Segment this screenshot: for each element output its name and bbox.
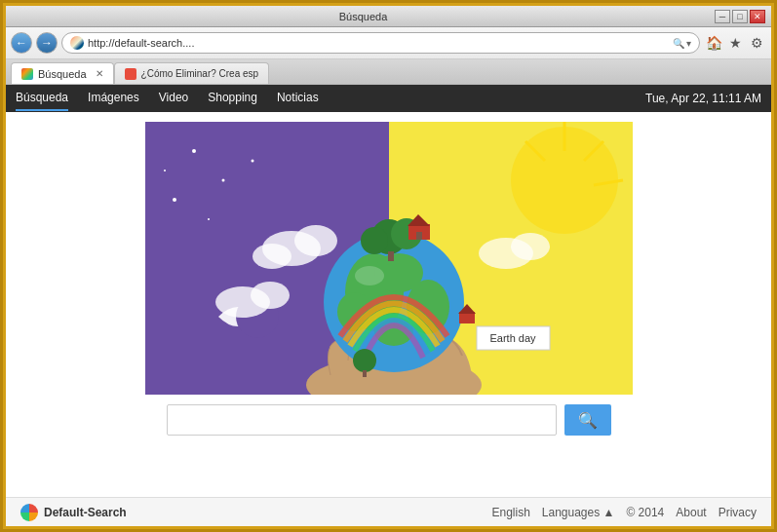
- gear-icon[interactable]: ⚙: [747, 33, 766, 53]
- address-bar[interactable]: http://default-search.... 🔍 ▾: [61, 32, 700, 54]
- doodle-container: Earth day: [145, 122, 633, 395]
- search-button[interactable]: 🔍: [564, 404, 611, 436]
- nav-item-video[interactable]: Video: [159, 86, 188, 111]
- footer-link-about[interactable]: About: [676, 506, 706, 519]
- svg-point-38: [353, 349, 376, 372]
- footer-link-privacy[interactable]: Privacy: [719, 506, 757, 519]
- maximize-button[interactable]: □: [732, 10, 748, 23]
- minimize-button[interactable]: ─: [715, 10, 730, 23]
- close-button[interactable]: ✕: [750, 10, 765, 23]
- title-bar-title: Búsqueda: [12, 11, 715, 22]
- svg-point-10: [251, 160, 253, 163]
- tab-como[interactable]: ¿Cómo Eliminar? Crea espaci...: [114, 62, 269, 84]
- footer-link-languages[interactable]: Languages ▲: [542, 506, 615, 519]
- nav-item-busqueda[interactable]: Búsqueda: [16, 86, 68, 111]
- logo-icon: [20, 504, 38, 521]
- forward-button[interactable]: →: [36, 32, 58, 54]
- svg-text:Earth day: Earth day: [489, 332, 536, 344]
- svg-point-15: [294, 225, 337, 256]
- svg-rect-32: [388, 251, 394, 261]
- nav-item-noticias[interactable]: Noticias: [277, 86, 319, 111]
- back-button[interactable]: ←: [11, 32, 32, 54]
- svg-point-7: [192, 149, 196, 153]
- nav-menu-left: Búsqueda Imágenes Video Shopping Noticia…: [16, 86, 319, 111]
- tab-favicon-como: [125, 68, 136, 80]
- search-area: 🔍: [167, 404, 611, 436]
- window-controls: ─ □ ✕: [715, 10, 765, 23]
- svg-point-8: [221, 179, 224, 182]
- doodle-svg: Earth day: [145, 122, 633, 395]
- tab-favicon-busqueda: [21, 68, 33, 80]
- address-favicon: [70, 36, 84, 50]
- tab-close-busqueda[interactable]: ✕: [96, 68, 103, 79]
- nav-menu: Búsqueda Imágenes Video Shopping Noticia…: [6, 85, 771, 112]
- browser-chrome: ← → http://default-search.... 🔍 ▾ 🏠 ★ ⚙ …: [6, 27, 771, 85]
- search-input[interactable]: [167, 404, 557, 436]
- svg-rect-39: [363, 370, 367, 377]
- tabs-bar: Búsqueda ✕ ¿Cómo Eliminar? Crea espaci..…: [6, 58, 771, 84]
- tab-busqueda[interactable]: Búsqueda ✕: [11, 62, 114, 84]
- logo-text: Default-Search: [44, 506, 127, 519]
- svg-point-11: [164, 170, 166, 171]
- search-icon: 🔍: [578, 411, 598, 430]
- svg-point-12: [208, 218, 210, 220]
- svg-point-28: [355, 266, 384, 285]
- tab-label-como: ¿Cómo Eliminar? Crea espaci...: [141, 68, 258, 79]
- nav-datetime: Tue, Apr 22, 11:11 AM: [645, 92, 761, 105]
- footer-links: English Languages ▲ © 2014 About Privacy: [491, 506, 757, 519]
- nav-bar: ← → http://default-search.... 🔍 ▾ 🏠 ★ ⚙: [6, 27, 771, 58]
- search-addr-icon[interactable]: 🔍: [673, 38, 684, 49]
- footer-link-english[interactable]: English: [491, 506, 529, 519]
- window-frame: Búsqueda ─ □ ✕ ← → http://default-search…: [3, 3, 774, 529]
- footer-copyright: © 2014: [626, 506, 664, 519]
- toolbar-icons: 🏠 ★ ⚙: [704, 33, 766, 53]
- nav-item-shopping[interactable]: Shopping: [208, 86, 257, 111]
- svg-rect-35: [416, 232, 422, 240]
- tab-label-busqueda: Búsqueda: [38, 68, 87, 80]
- nav-item-imagenes[interactable]: Imágenes: [88, 86, 139, 111]
- svg-point-20: [511, 233, 550, 260]
- address-icons: 🔍 ▾: [673, 38, 691, 49]
- footer: Default-Search English Languages ▲ © 201…: [6, 497, 771, 526]
- dropdown-addr-icon[interactable]: ▾: [686, 38, 691, 49]
- address-text: http://default-search....: [88, 37, 669, 49]
- svg-point-9: [173, 198, 176, 202]
- main-content: Earth day 🔍 Default-Search English Langu…: [6, 112, 771, 526]
- svg-point-16: [253, 244, 291, 269]
- svg-point-18: [251, 282, 290, 309]
- footer-logo: Default-Search: [20, 504, 127, 521]
- home-icon[interactable]: 🏠: [704, 33, 723, 53]
- star-icon[interactable]: ★: [725, 33, 745, 53]
- svg-point-31: [361, 227, 388, 254]
- title-bar: Búsqueda ─ □ ✕: [6, 6, 771, 27]
